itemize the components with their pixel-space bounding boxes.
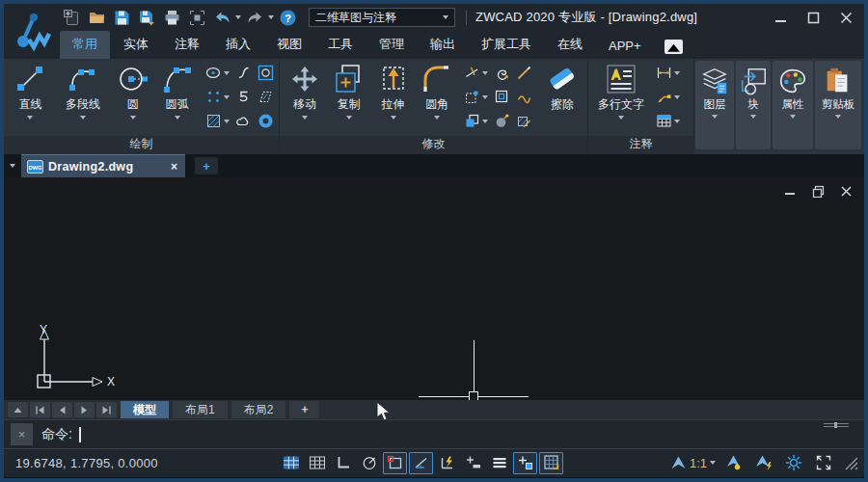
stretch-dropdown-icon[interactable] [391, 116, 396, 120]
fullscreen-button[interactable] [811, 452, 835, 474]
new-file-button[interactable] [60, 7, 83, 28]
mtext-dropdown-icon[interactable] [618, 116, 624, 120]
minimize-button[interactable] [770, 9, 791, 26]
quick-properties-toggle[interactable] [487, 452, 511, 474]
first-layout-button[interactable] [30, 402, 50, 417]
properties-panel-button[interactable]: 属性 [773, 61, 813, 149]
save-as-button[interactable] [135, 7, 158, 28]
scale-button[interactable] [513, 62, 535, 85]
tab-tools[interactable]: 工具 [315, 31, 366, 59]
snap-toggle[interactable] [279, 452, 303, 474]
spline-button[interactable] [232, 62, 255, 85]
block-panel-button[interactable]: 块 [736, 61, 771, 149]
undo-button[interactable] [210, 7, 233, 28]
copy-dropdown-icon[interactable] [346, 116, 352, 120]
arc-button[interactable]: 圆弧 [153, 61, 201, 134]
doc-restore-button[interactable] [811, 184, 825, 198]
redo-button[interactable] [243, 7, 266, 28]
layers-panel-button[interactable]: 图层 [695, 61, 734, 149]
dimension-button[interactable] [653, 62, 683, 85]
mirror-button[interactable] [461, 110, 491, 133]
fillet-dropdown-icon[interactable] [434, 116, 440, 120]
fillet-button[interactable]: 圆角 [415, 61, 459, 134]
dimension-dropdown-icon[interactable] [674, 71, 680, 75]
edit-polyline-button[interactable] [513, 86, 535, 109]
grid-toggle[interactable] [305, 452, 329, 474]
panel-title-modify[interactable]: 修改 [280, 136, 587, 154]
polyline-dropdown-icon[interactable] [80, 116, 86, 120]
otrack-toggle[interactable] [409, 452, 433, 474]
stretch-button[interactable]: 拉伸 [371, 61, 416, 134]
explode-button[interactable] [491, 110, 513, 133]
mirror-dropdown-icon[interactable] [482, 120, 488, 123]
wipeout-button[interactable] [255, 86, 277, 109]
circle-button[interactable]: 圆 [112, 61, 153, 134]
document-tab[interactable]: DWG Drawing2.dwg × [21, 154, 185, 177]
document-tab-close-icon[interactable]: × [171, 161, 177, 173]
zwcad-logo-icon[interactable] [12, 7, 54, 55]
tab-home[interactable]: 常用 [60, 31, 110, 59]
leader-button[interactable] [653, 86, 683, 109]
spline-cv-button[interactable] [232, 86, 255, 109]
erase-selection-button[interactable] [461, 86, 491, 109]
annotation-autoscale-toggle[interactable] [751, 452, 775, 474]
tab-annotate[interactable]: 注释 [162, 31, 212, 59]
tab-layout1[interactable]: 布局1 [173, 401, 228, 418]
leader-dropdown-icon[interactable] [674, 95, 680, 99]
command-resize-grip[interactable] [824, 423, 849, 427]
doc-minimize-button[interactable] [783, 184, 797, 198]
tab-output[interactable]: 输出 [418, 31, 468, 59]
trim-button[interactable] [461, 62, 491, 85]
line-button[interactable]: 直线 [7, 61, 54, 134]
mtext-button[interactable]: 多行文字 [591, 61, 651, 134]
hatch-dropdown-icon[interactable] [224, 120, 230, 123]
redo-dropdown-icon[interactable] [268, 15, 274, 19]
tab-layout2[interactable]: 布局2 [231, 401, 286, 418]
open-file-button[interactable] [85, 7, 108, 28]
prev-layout-button[interactable] [52, 402, 72, 417]
ortho-toggle[interactable] [331, 452, 355, 474]
polar-toggle[interactable] [357, 452, 381, 474]
line-dropdown-icon[interactable] [27, 116, 33, 120]
tab-model[interactable]: 模型 [121, 401, 169, 418]
tab-view[interactable]: 视图 [264, 31, 314, 59]
panel-title-draw[interactable]: 绘制 [4, 136, 279, 154]
tab-insert[interactable]: 插入 [213, 31, 263, 59]
next-layout-button[interactable] [74, 402, 95, 417]
command-close-button[interactable]: × [11, 423, 33, 445]
table-button[interactable] [653, 110, 683, 133]
erase-button[interactable]: 擦除 [539, 61, 585, 134]
undo-dropdown-icon[interactable] [235, 15, 241, 19]
ellipse-button[interactable] [203, 62, 232, 85]
layout-menu-button[interactable] [8, 402, 28, 417]
doc-close-button[interactable] [839, 184, 853, 198]
trim-dropdown-icon[interactable] [482, 71, 488, 75]
table-dropdown-icon[interactable] [674, 120, 680, 123]
workspace-dropdown[interactable]: 二维草图与注释 [309, 8, 455, 27]
point-dropdown-icon[interactable] [224, 95, 230, 99]
preview-button[interactable] [185, 7, 208, 28]
edit-hatch-button[interactable] [513, 110, 535, 133]
point-button[interactable] [203, 86, 232, 109]
dynamic-input-toggle[interactable] [435, 452, 459, 474]
add-layout-button[interactable]: + [289, 401, 319, 418]
clipboard-panel-button[interactable]: 剪贴板 [815, 61, 861, 149]
ribbon-collapse-button[interactable] [665, 40, 683, 54]
tab-solid[interactable]: 实体 [111, 31, 161, 59]
erase-selection-dropdown-icon[interactable] [482, 95, 488, 99]
tab-manage[interactable]: 管理 [366, 31, 417, 59]
donut-button[interactable] [255, 110, 277, 133]
command-line[interactable]: × 命令: [4, 419, 864, 448]
offset-button[interactable] [491, 62, 513, 85]
align-button[interactable] [491, 86, 513, 109]
close-button[interactable] [835, 9, 856, 26]
arc-dropdown-icon[interactable] [175, 116, 180, 120]
hatch-button[interactable] [203, 110, 232, 133]
annotation-scale-dropdown[interactable]: 1:1 [670, 455, 716, 471]
viewport-maximize-toggle[interactable] [539, 452, 563, 474]
settings-button[interactable] [781, 452, 805, 474]
selection-cycling-toggle[interactable] [513, 452, 537, 474]
new-document-button[interactable]: + [195, 157, 218, 174]
rectangle-button[interactable] [255, 62, 277, 85]
tab-express[interactable]: 扩展工具 [469, 31, 544, 59]
